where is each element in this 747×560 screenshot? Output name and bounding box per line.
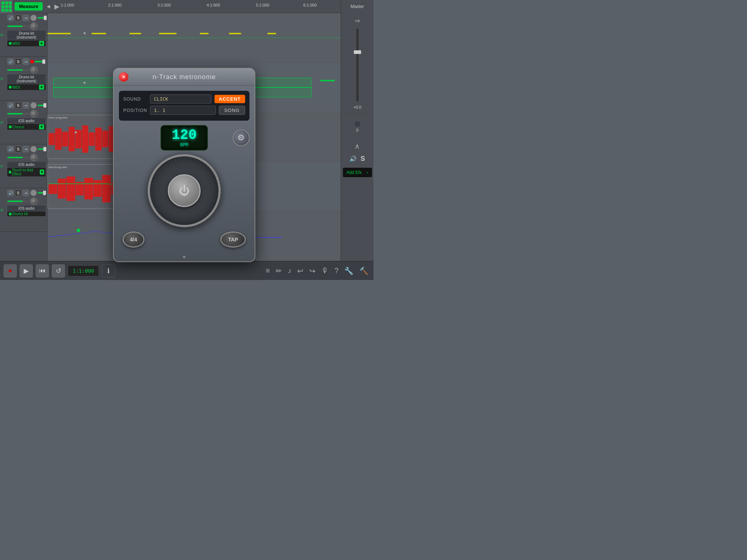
- master-s-icon[interactable]: S: [360, 155, 365, 163]
- metronome-dialog[interactable]: × n-Track metronome SOUND CLICK ACCENT P…: [113, 68, 255, 262]
- master-speaker-icon[interactable]: 🔊: [349, 155, 357, 162]
- redo-icon[interactable]: ↪: [308, 265, 317, 277]
- track-1-status: [30, 15, 37, 21]
- track-2-add-fx[interactable]: +: [39, 85, 44, 90]
- note-icon[interactable]: ♪: [286, 265, 293, 276]
- metro-dial[interactable]: ⏻: [148, 154, 221, 227]
- timeline-mark-5: 5:1:000: [256, 3, 270, 7]
- info-button[interactable]: ℹ: [102, 264, 115, 277]
- play-button[interactable]: ▶: [20, 264, 33, 277]
- track-1-pan[interactable]: [30, 23, 38, 30]
- master-route-icon[interactable]: ⇒: [355, 17, 360, 25]
- wrench-icon[interactable]: 🔧: [343, 265, 355, 277]
- metro-sound-label: SOUND: [123, 97, 147, 102]
- metro-accent-button[interactable]: ACCENT: [214, 95, 245, 103]
- hammer-icon[interactable]: 🔨: [358, 265, 370, 277]
- track-3-route[interactable]: ⇒: [23, 102, 29, 109]
- master-slider-thumb[interactable]: [355, 121, 360, 127]
- track-3-instrument: iOS audio: [7, 118, 46, 124]
- track-4-pan[interactable]: [30, 154, 38, 161]
- track-1-close[interactable]: ✕: [0, 32, 3, 37]
- metro-dial-container: ⏻: [119, 154, 249, 227]
- metro-position-value: 1. 1: [150, 106, 216, 115]
- master-fader[interactable]: [356, 28, 359, 101]
- track-1-route[interactable]: ⇒: [23, 15, 29, 21]
- track-header-3: ✕ 🔊 S ⇒ iOS audio Chorus +: [0, 101, 47, 144]
- rewind-button[interactable]: ⏮: [36, 264, 49, 277]
- edit-icon[interactable]: ✏: [274, 265, 283, 277]
- metro-title: n-Track metronome: [128, 73, 240, 81]
- track-header-1: ✕ 🔊 S ⇒ Drums kit (Instrument) MIDI +: [0, 13, 47, 57]
- master-db-value: +0.0: [353, 105, 361, 109]
- svg-point-0: [152, 158, 221, 228]
- grid-icon: [1, 1, 12, 12]
- track-header-4: ✕ 🔊 S ⇒ iOS audio Touch to Add Effect +: [0, 144, 47, 188]
- track-4-route[interactable]: ⇒: [23, 146, 29, 152]
- loop-button[interactable]: ↺: [52, 264, 65, 277]
- timeline-mark-3: 3:1:000: [158, 3, 171, 7]
- timeline-mark-4: 4:1:000: [207, 3, 220, 7]
- metro-bpm-area: 120 BPM ⚙: [119, 125, 249, 151]
- track-2-pan[interactable]: [30, 66, 38, 74]
- dial-texture: [150, 156, 223, 229]
- track-3-add-fx[interactable]: +: [39, 124, 44, 129]
- metro-bottom-controls: 4/4 TAP: [119, 232, 249, 248]
- timeline-header: 1:1:000 2:1:000 3:1:000 4:1:000 5:1:000 …: [61, 0, 374, 13]
- master-label: Master: [341, 0, 374, 13]
- track-4-status: [30, 146, 37, 152]
- track-5-solo[interactable]: S: [15, 190, 22, 196]
- track-5-close[interactable]: ✕: [0, 207, 3, 212]
- track-4-mute[interactable]: 🔊: [7, 146, 14, 152]
- track-header-2: ✕ 🔊 S ⇒ Drums kit (Instrument) MIDI +: [0, 57, 47, 101]
- track-1-mute[interactable]: 🔊: [7, 15, 14, 21]
- track-4-close[interactable]: ✕: [0, 164, 3, 168]
- top-toolbar: Measure ◄ ▶ 1:1:000 2:1:000 3:1:000 4:1:…: [0, 0, 374, 13]
- metro-caret: [114, 253, 255, 261]
- track-3-mute[interactable]: 🔊: [7, 102, 14, 109]
- metro-body: SOUND CLICK ACCENT POSITION 1. 1 SONG 12…: [114, 86, 255, 253]
- track-4-instrument: iOS audio: [7, 162, 46, 167]
- metro-close-button[interactable]: ×: [119, 72, 128, 82]
- track-5-route[interactable]: ⇒: [23, 190, 29, 196]
- track-1-solo[interactable]: S: [15, 15, 22, 21]
- timeline-mark-1: 1:1:000: [61, 3, 74, 7]
- metro-gear-button[interactable]: ⚙: [233, 129, 249, 146]
- track-2-close[interactable]: ✕: [0, 76, 3, 81]
- track-3-pan[interactable]: [30, 110, 38, 117]
- list-icon[interactable]: ≡: [264, 265, 271, 276]
- measure-button[interactable]: Measure: [15, 2, 43, 11]
- track-lane-1[interactable]: ✦: [47, 13, 341, 63]
- metro-bpm-display: 120 BPM: [160, 125, 208, 151]
- undo-icon[interactable]: ↩: [296, 265, 305, 277]
- track-2-solo[interactable]: S: [15, 58, 22, 65]
- metro-tap-button[interactable]: TAP: [220, 232, 246, 248]
- grid-button[interactable]: [0, 0, 13, 13]
- track-4-add-fx[interactable]: +: [40, 170, 44, 175]
- track-5-instrument: iOS audio: [7, 206, 46, 211]
- track-5-pan[interactable]: [30, 198, 38, 205]
- record-button[interactable]: ●: [4, 264, 17, 277]
- master-lambda-icon[interactable]: ∧: [355, 142, 360, 151]
- timeline-mark-6: 6:1:000: [303, 3, 317, 7]
- back-arrow-icon[interactable]: ◄: [46, 3, 51, 10]
- master-column: ⇒ +0.0 0 ∧ 🔊 S Add Efx ›: [341, 13, 374, 261]
- help-icon[interactable]: ?: [333, 265, 340, 276]
- track-1-instrument: Drums kit (Instrument): [7, 31, 46, 40]
- track-2-mute[interactable]: 🔊: [7, 58, 14, 65]
- add-efx-button[interactable]: Add Efx ›: [343, 168, 372, 177]
- metro-time-sig-button[interactable]: 4/4: [123, 232, 144, 248]
- track-3-close[interactable]: ✕: [0, 120, 3, 125]
- track-5-mute[interactable]: 🔊: [7, 190, 14, 196]
- timeline-mark-2: 2:1:000: [108, 3, 122, 7]
- metro-song-button[interactable]: SONG: [219, 106, 245, 115]
- track-4-solo[interactable]: S: [15, 146, 22, 152]
- metro-bpm-value: 120: [172, 128, 197, 142]
- track-3-status: [30, 102, 37, 109]
- metro-sound-value: CLICK: [150, 94, 212, 104]
- track-5-fx: Drums kit: [7, 211, 46, 216]
- mic-icon[interactable]: 🎙: [320, 265, 330, 276]
- track-3-solo[interactable]: S: [15, 102, 22, 109]
- play-icon[interactable]: ▶: [54, 3, 59, 11]
- track-1-add-fx[interactable]: +: [39, 41, 44, 46]
- track-2-route[interactable]: ⇒: [23, 58, 29, 65]
